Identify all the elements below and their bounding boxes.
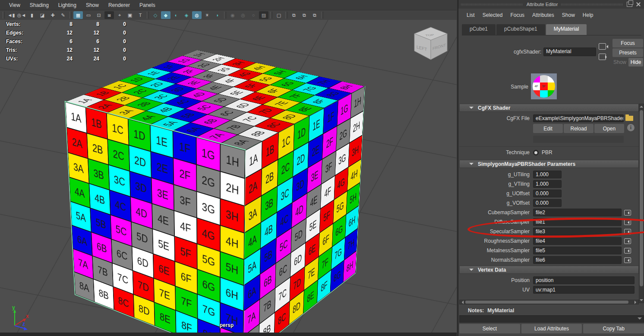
viewport-menu-shading[interactable]: Shading xyxy=(25,2,54,8)
xray-icon[interactable]: ◎ xyxy=(238,11,248,19)
copy-tab-button[interactable]: Copy Tab xyxy=(583,324,644,333)
CubemapSampler-field[interactable]: file2 xyxy=(533,209,622,216)
grease-pencil-icon[interactable]: ✎ xyxy=(58,11,68,19)
input-connections-icon[interactable] xyxy=(599,43,606,50)
hide-button[interactable]: Hide xyxy=(628,58,643,67)
notes-resize-handle[interactable] xyxy=(638,317,642,322)
horizontal-scroll-thumb[interactable] xyxy=(465,301,628,304)
resolution-gate-icon[interactable]: ⊡ xyxy=(94,11,104,19)
uv-cell-label: 5H xyxy=(226,260,238,277)
ae-menu-attributes[interactable]: Attributes xyxy=(528,12,558,18)
section-header-shader-parameters[interactable]: SimplygonMayaPBRShader Parameters xyxy=(459,160,639,168)
textured-icon[interactable]: ◍ xyxy=(192,11,202,19)
connect-texture-icon[interactable] xyxy=(624,257,631,263)
ae-menu-help[interactable]: Help xyxy=(579,12,597,18)
connect-texture-icon[interactable] xyxy=(624,238,631,244)
gate-mask-icon[interactable]: ◙ xyxy=(104,11,114,19)
ae-menu-focus[interactable]: Focus xyxy=(506,12,528,18)
wireframe-icon[interactable]: ◇ xyxy=(151,11,160,19)
connect-texture-icon[interactable] xyxy=(624,248,631,254)
bookmark-icon[interactable]: ▮ xyxy=(27,11,37,19)
g_VTiling-field[interactable]: 1.000 xyxy=(533,180,562,188)
RoughnessSampler-field[interactable]: file4 xyxy=(533,237,622,245)
viewport-menu-panels[interactable]: Panels xyxy=(135,2,160,8)
focus-button[interactable]: Focus xyxy=(612,39,643,48)
g_UOffset-field[interactable]: 0.000 xyxy=(533,190,562,197)
MetalnessSampler-field[interactable]: file5 xyxy=(533,247,622,254)
attribute-editor-titlebar[interactable]: Attribute Editor xyxy=(458,0,644,9)
material-sample-swatch[interactable]: 4F5F xyxy=(531,73,557,99)
transfer-attributes-icon[interactable]: ⧉ xyxy=(310,11,319,19)
edit-button[interactable]: Edit xyxy=(533,124,563,133)
tab-mymaterial[interactable]: MyMaterial xyxy=(546,24,587,35)
scroll-left-arrow[interactable] xyxy=(460,301,464,304)
ae-menu-selected[interactable]: Selected xyxy=(479,12,507,18)
viewport-menu-lighting[interactable]: Lighting xyxy=(54,2,81,8)
scroll-up-arrow[interactable] xyxy=(639,104,644,109)
uv-cell-label: 5C xyxy=(115,223,126,238)
UV-field[interactable]: uv:map1 xyxy=(533,286,635,294)
ae-menu-show[interactable]: Show xyxy=(558,12,579,18)
DiffuseSampler-field[interactable]: file1 xyxy=(533,218,622,226)
section-header-vertex-data[interactable]: Vertex Data xyxy=(459,266,639,274)
NormalsSampler-field[interactable]: file6 xyxy=(533,256,622,264)
horizontal-scrollbar[interactable] xyxy=(459,300,639,304)
technique-radio[interactable] xyxy=(533,150,539,155)
reload-button[interactable]: Reload xyxy=(564,124,593,133)
connect-texture-icon[interactable] xyxy=(624,219,631,225)
pan-zoom-icon[interactable]: ✚ xyxy=(48,11,57,19)
browse-folder-icon[interactable] xyxy=(625,116,633,121)
duplicate-input-icon[interactable]: ⧉ xyxy=(300,11,309,19)
duplicate-icon[interactable]: ⧉ xyxy=(289,11,299,19)
uv-test-cube[interactable]: 1A1B1C1D1E1F1G1H2A2B2C2D2E2F2G2H3A3B3C3D… xyxy=(136,74,309,314)
select-button[interactable]: Select xyxy=(459,324,520,333)
g_UTiling-field[interactable]: 1.000 xyxy=(533,171,562,178)
smooth-shade-icon[interactable]: ◆ xyxy=(161,11,170,19)
viewport-menu-renderer[interactable]: Renderer xyxy=(104,2,135,8)
presets-button[interactable]: Presets xyxy=(612,48,643,57)
shadows-icon[interactable]: ◗ xyxy=(213,11,222,19)
connect-texture-icon[interactable] xyxy=(624,229,631,235)
xray-joints-icon[interactable]: ○ xyxy=(249,11,258,19)
viewcube-gizmo[interactable]: TOP LEFT FRONT xyxy=(411,23,451,63)
image-plane-icon[interactable]: ◪ xyxy=(38,11,47,19)
show-button[interactable]: Show xyxy=(612,58,627,67)
wireframe-on-shaded-icon[interactable]: ◈ xyxy=(182,11,191,19)
tab-pcube1[interactable]: pCube1 xyxy=(462,24,496,35)
flat-shade-icon[interactable]: ◐ xyxy=(171,11,181,19)
info-icon[interactable]: i xyxy=(627,124,635,131)
close-panel-icon[interactable] xyxy=(636,2,641,7)
select-tool-icon[interactable]: ▢ xyxy=(274,11,284,19)
Position-field[interactable]: position xyxy=(533,276,635,284)
safe-title-icon[interactable]: T xyxy=(136,11,145,19)
scroll-down-arrow[interactable] xyxy=(639,298,644,303)
viewport-menu-show[interactable]: Show xyxy=(81,2,104,8)
SpecularSampler-field[interactable]: file3 xyxy=(533,228,622,235)
select-camera-icon[interactable]: ◄▮ xyxy=(6,11,16,19)
float-panel-icon[interactable] xyxy=(627,2,632,7)
film-gate-icon[interactable]: ▭ xyxy=(84,11,93,19)
shader-name-field[interactable]: MyMaterial xyxy=(543,48,596,56)
safe-action-icon[interactable]: ▣ xyxy=(125,11,135,19)
vertical-scroll-thumb[interactable] xyxy=(640,110,643,286)
field-chart-icon[interactable]: ⌖ xyxy=(115,11,124,19)
isolate-select-icon[interactable]: ◉ xyxy=(228,11,237,19)
vertical-scrollbar[interactable] xyxy=(639,104,644,303)
open-button[interactable]: Open xyxy=(594,124,624,133)
cgfx-file-field[interactable]: eExample\SimplygonMayaPBRShader.fx xyxy=(533,114,624,122)
g_VOffset-field[interactable]: 0.000 xyxy=(533,199,562,207)
perspective-viewport[interactable]: Verts:880Edges:12120Faces:660Tris:12120U… xyxy=(0,20,457,333)
scroll-right-arrow[interactable] xyxy=(635,301,638,304)
tab-pcubeshape1[interactable]: pCubeShape1 xyxy=(496,24,545,35)
load-attributes-button[interactable]: Load Attributes xyxy=(521,324,582,333)
lights-icon[interactable]: ☀ xyxy=(202,11,212,19)
viewport-menu-view[interactable]: View xyxy=(4,2,25,8)
ae-menu-list[interactable]: List xyxy=(463,12,479,18)
notes-field[interactable] xyxy=(459,315,644,323)
section-header-cgfx-shader[interactable]: CgFX Shader xyxy=(459,104,639,112)
connect-texture-icon[interactable] xyxy=(624,210,631,216)
grid-icon[interactable]: ▦ xyxy=(73,11,83,19)
camera-attributes-icon[interactable]: ◎◄ xyxy=(17,11,26,19)
output-connections-icon[interactable] xyxy=(599,54,606,60)
exposure-icon[interactable]: ▨ xyxy=(259,11,268,19)
